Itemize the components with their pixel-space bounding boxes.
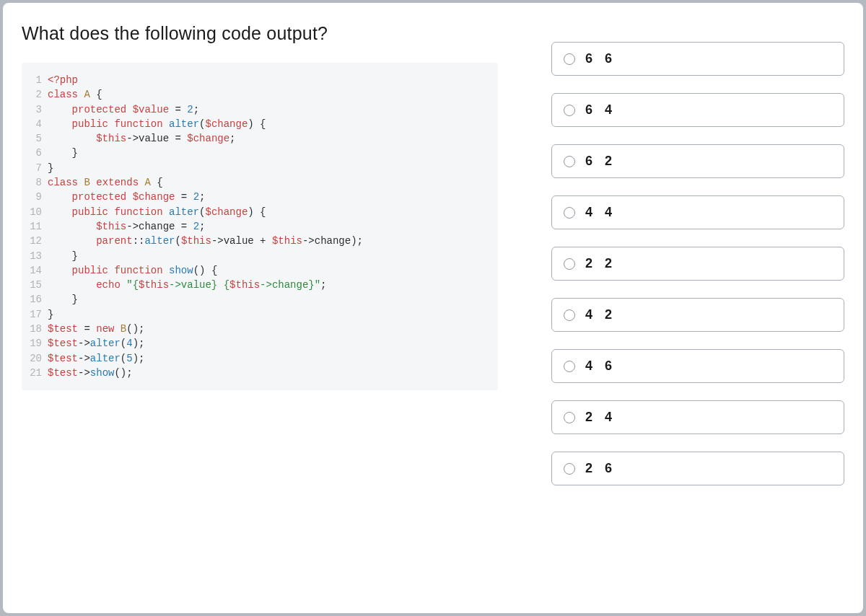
code-line: 13 }	[22, 249, 491, 263]
answer-option[interactable]: 2 6	[551, 452, 844, 485]
line-number: 17	[22, 307, 48, 322]
code-line: 14 public function show() {	[22, 263, 491, 278]
radio-icon	[564, 105, 575, 116]
code-line: 10 public function alter($change) {	[22, 205, 491, 219]
question-title: What does the following code output?	[22, 23, 498, 44]
code-content: }	[48, 249, 78, 263]
code-content: class B extends A {	[48, 175, 163, 190]
answer-option-label: 6 2	[585, 154, 616, 169]
line-number: 20	[22, 351, 48, 366]
radio-icon	[564, 53, 575, 65]
answer-option-label: 2 2	[585, 256, 616, 271]
answer-option-label: 2 6	[585, 461, 616, 476]
code-line: 21$test->show();	[22, 366, 491, 380]
code-content: $test->alter(4);	[48, 336, 144, 351]
code-content: $test = new B();	[48, 322, 144, 336]
answer-option[interactable]: 2 4	[551, 400, 844, 434]
answer-options: 6 66 46 24 42 24 24 62 42 6	[551, 23, 844, 593]
line-number: 16	[22, 292, 48, 307]
line-number: 8	[22, 175, 48, 190]
line-number: 21	[22, 366, 48, 380]
code-line: 8class B extends A {	[22, 175, 491, 190]
line-number: 18	[22, 322, 48, 336]
line-number: 10	[22, 205, 48, 219]
code-line: 15 echo "{$this->value} {$this->change}"…	[22, 278, 491, 292]
line-number: 2	[22, 87, 48, 102]
code-content: }	[48, 292, 78, 307]
answer-option[interactable]: 4 2	[551, 298, 844, 332]
answer-option[interactable]: 6 6	[551, 42, 844, 76]
question-left-column: What does the following code output? 1<?…	[22, 23, 498, 593]
answer-option[interactable]: 4 6	[551, 349, 844, 383]
line-number: 1	[22, 73, 48, 87]
radio-icon	[564, 156, 575, 167]
code-content: public function show() {	[48, 263, 217, 278]
code-content: $this->value = $change;	[48, 131, 236, 146]
answer-option[interactable]: 2 2	[551, 247, 844, 281]
code-line: 1<?php	[22, 73, 491, 87]
code-block: 1<?php2class A {3 protected $value = 2;4…	[22, 63, 498, 390]
code-line: 2class A {	[22, 87, 491, 102]
answer-option-label: 4 2	[585, 307, 616, 322]
code-line: 3 protected $value = 2;	[22, 102, 491, 117]
code-content: class A {	[48, 87, 102, 102]
code-content: protected $value = 2;	[48, 102, 199, 117]
radio-icon	[564, 309, 575, 321]
line-number: 9	[22, 190, 48, 204]
line-number: 13	[22, 249, 48, 263]
code-line: 6 }	[22, 146, 491, 160]
answer-option-label: 2 4	[585, 410, 616, 425]
line-number: 19	[22, 336, 48, 351]
code-line: 7}	[22, 161, 491, 175]
code-content: <?php	[48, 73, 78, 87]
code-line: 19$test->alter(4);	[22, 336, 491, 351]
code-content: }	[48, 307, 53, 322]
line-number: 3	[22, 102, 48, 117]
code-content: $this->change = 2;	[48, 219, 206, 234]
radio-icon	[564, 412, 575, 423]
code-line: 16 }	[22, 292, 491, 307]
code-content: public function alter($change) {	[48, 117, 266, 131]
code-content: $test->alter(5);	[48, 351, 144, 366]
radio-icon	[564, 207, 575, 219]
line-number: 7	[22, 161, 48, 175]
code-content: }	[48, 161, 53, 175]
code-content: }	[48, 146, 78, 160]
answer-option-label: 6 4	[585, 102, 616, 118]
line-number: 5	[22, 131, 48, 146]
code-content: parent::alter($this->value + $this->chan…	[48, 234, 363, 248]
answer-option[interactable]: 6 2	[551, 144, 844, 178]
code-line: 17}	[22, 307, 491, 322]
line-number: 6	[22, 146, 48, 160]
answer-option-label: 4 4	[585, 205, 616, 220]
code-line: 5 $this->value = $change;	[22, 131, 491, 146]
line-number: 14	[22, 263, 48, 278]
radio-icon	[564, 463, 575, 475]
answer-option[interactable]: 4 4	[551, 195, 844, 229]
question-card: What does the following code output? 1<?…	[3, 3, 863, 613]
answer-option-label: 4 6	[585, 358, 616, 374]
code-content: protected $change = 2;	[48, 190, 205, 204]
code-line: 4 public function alter($change) {	[22, 117, 491, 131]
line-number: 15	[22, 278, 48, 292]
code-line: 18$test = new B();	[22, 322, 491, 336]
code-line: 9 protected $change = 2;	[22, 190, 491, 204]
code-content: $test->show();	[48, 366, 133, 380]
line-number: 12	[22, 234, 48, 248]
line-number: 11	[22, 219, 48, 234]
code-content: echo "{$this->value} {$this->change}";	[48, 278, 327, 292]
answer-option[interactable]: 6 4	[551, 93, 844, 127]
code-line: 12 parent::alter($this->value + $this->c…	[22, 234, 491, 248]
code-line: 11 $this->change = 2;	[22, 219, 491, 234]
radio-icon	[564, 361, 575, 372]
line-number: 4	[22, 117, 48, 131]
answer-option-label: 6 6	[585, 51, 616, 66]
code-content: public function alter($change) {	[48, 205, 266, 219]
radio-icon	[564, 258, 575, 270]
code-line: 20$test->alter(5);	[22, 351, 491, 366]
